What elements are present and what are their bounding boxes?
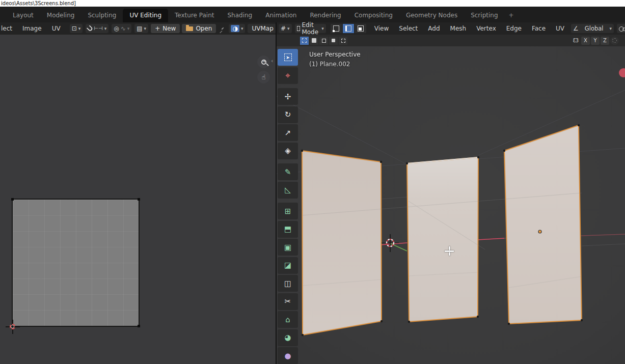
- uvmap-button[interactable]: UVMap: [248, 24, 277, 33]
- workspace-tabbar: Layout Modeling Sculpting UV Editing Tex…: [0, 7, 625, 22]
- tool-add-cube[interactable]: ⊞: [278, 203, 298, 219]
- tab-shading[interactable]: Shading: [221, 9, 259, 22]
- uv-2d-cursor[interactable]: [9, 323, 17, 331]
- tab-compositing[interactable]: Compositing: [348, 9, 399, 22]
- tool-bevel[interactable]: ◪: [278, 257, 298, 274]
- tab-modeling[interactable]: Modeling: [40, 9, 81, 22]
- uv-vertex[interactable]: [138, 198, 140, 201]
- plane-right[interactable]: [504, 125, 582, 324]
- menu-view[interactable]: View: [369, 25, 394, 32]
- uv-face-quad[interactable]: [12, 199, 140, 327]
- mirror-butterfly-icon: Ɛ3: [573, 38, 578, 43]
- select-intersect-button[interactable]: [339, 37, 347, 45]
- editor-type-dropdown[interactable]: # ▾: [279, 24, 292, 33]
- orientation-axes-icon: ∠: [573, 25, 579, 32]
- tool-measure[interactable]: ◺: [278, 182, 298, 199]
- menu-mesh[interactable]: Mesh: [445, 25, 472, 32]
- tool-extrude-region[interactable]: ⬒: [278, 221, 298, 238]
- menu-uv[interactable]: UV: [47, 25, 66, 32]
- loop-cut-icon: ◫: [284, 279, 291, 288]
- tool-knife[interactable]: ✂: [278, 293, 298, 310]
- mode-dropdown[interactable]: Edit Mode ▾: [295, 24, 326, 33]
- tool-inset-faces[interactable]: ▣: [278, 239, 298, 256]
- tool-poly-build[interactable]: ⌂: [278, 311, 298, 328]
- new-image-button[interactable]: + New: [151, 24, 180, 33]
- tab-rendering[interactable]: Rendering: [303, 9, 347, 22]
- symmetry-y-button[interactable]: Y: [591, 37, 600, 45]
- select-box-icon: ➤: [286, 55, 290, 60]
- select-invert-button[interactable]: [329, 37, 338, 45]
- vertex-select-button[interactable]: [331, 24, 342, 33]
- snap-magnet-icon: [87, 25, 93, 32]
- proportional-editing-group[interactable]: ◎ ∿ ▾: [112, 24, 131, 33]
- select-extend-button[interactable]: [310, 37, 318, 45]
- tool-spin[interactable]: ◕: [278, 329, 298, 346]
- chevron-down-icon: ▾: [144, 26, 147, 31]
- viewport-overlay-text: User Perspective (1) Plane.002: [309, 50, 361, 69]
- symmetry-x-button[interactable]: X: [581, 37, 590, 45]
- scale-icon: ↗: [285, 128, 291, 137]
- plane-left[interactable]: [302, 151, 382, 335]
- snap-settings[interactable]: ⊢⊣ ▾: [86, 24, 108, 33]
- select-subtract-button[interactable]: [319, 37, 328, 45]
- inset-faces-icon: ▣: [284, 243, 291, 252]
- symmetry-z-button[interactable]: Z: [601, 37, 609, 45]
- select-operation-buttons: [300, 37, 348, 45]
- knife-icon: ✂: [285, 297, 291, 306]
- uv-vertex[interactable]: [11, 198, 14, 201]
- pivot-point-dropdown[interactable]: ▾: [617, 24, 625, 33]
- edge-select-button[interactable]: [343, 24, 354, 33]
- menu-add[interactable]: Add: [423, 25, 445, 32]
- menu-edge[interactable]: Edge: [501, 25, 527, 32]
- magnifier-plus-icon: [261, 60, 266, 65]
- median-point-icon: [619, 26, 625, 32]
- uv-canvas[interactable]: ☝ ‹: [0, 35, 276, 364]
- menu-image[interactable]: Image: [17, 25, 47, 32]
- tool-smooth[interactable]: ●: [278, 347, 298, 364]
- tool-select-box[interactable]: ➤: [278, 49, 298, 66]
- active-object-label: (1) Plane.002: [309, 60, 361, 69]
- cursor-3d[interactable]: [382, 234, 399, 252]
- chevron-down-icon: ▾: [104, 26, 107, 31]
- zoom-gizmo[interactable]: [257, 55, 270, 68]
- tab-uv-editing[interactable]: UV Editing: [123, 9, 168, 22]
- select-new-button[interactable]: [300, 37, 309, 45]
- nav-gizmo-axis-ball[interactable]: [619, 68, 625, 77]
- uv-vertex[interactable]: [138, 325, 140, 327]
- face-select-button[interactable]: [355, 24, 366, 33]
- chevron-down-icon: ▾: [127, 26, 130, 31]
- display-channels-dropdown[interactable]: ◑ ▾: [229, 24, 245, 33]
- display-channels-icon: ◑: [231, 25, 239, 32]
- tab-layout[interactable]: Layout: [6, 9, 40, 22]
- tab-animation[interactable]: Animation: [259, 9, 303, 22]
- transform-orientation-dropdown[interactable]: ∠ Global ▾: [571, 24, 614, 33]
- tab-sculpting[interactable]: Sculpting: [81, 9, 123, 22]
- proportional-snap-icon[interactable]: [610, 37, 619, 45]
- tool-cursor[interactable]: ⌖: [278, 67, 298, 84]
- browse-image-dropdown[interactable]: ▤ ▾: [134, 24, 148, 33]
- tool-transform[interactable]: ◈: [278, 143, 298, 159]
- pin-icon[interactable]: [222, 27, 225, 30]
- tool-loop-cut[interactable]: ◫: [278, 275, 298, 292]
- collapse-gizmo-arrow[interactable]: ‹: [271, 58, 273, 64]
- tool-rotate[interactable]: ↻: [278, 106, 298, 123]
- tool-scale[interactable]: ↗: [278, 124, 298, 141]
- plane-middle[interactable]: [407, 157, 478, 322]
- viewport-canvas[interactable]: ➤ ⌖ ✢ ↻ ↗ ◈ ✎ ◺ ⊞ ⬒ ▣ ◪ ◫ ✂ ⌂ ◕ ● ◫ User…: [277, 46, 625, 364]
- open-image-button[interactable]: Open: [182, 24, 216, 33]
- menu-select-cropped[interactable]: lect: [0, 25, 17, 32]
- add-workspace-button[interactable]: +: [505, 9, 518, 22]
- tool-annotate[interactable]: ✎: [278, 163, 298, 180]
- tool-move[interactable]: ✢: [278, 88, 298, 105]
- image-icon: ▤: [137, 25, 142, 32]
- pan-hand-gizmo[interactable]: ☝: [257, 71, 270, 83]
- tab-scripting[interactable]: Scripting: [464, 9, 504, 22]
- cursor-3d-icon: ⌖: [285, 70, 290, 80]
- menu-vertex[interactable]: Vertex: [471, 25, 501, 32]
- tab-texture-paint[interactable]: Texture Paint: [168, 9, 221, 22]
- menu-select[interactable]: Select: [394, 25, 423, 32]
- pivot-point-dropdown[interactable]: ⊡ ▾: [70, 24, 83, 33]
- menu-face[interactable]: Face: [527, 25, 551, 32]
- tab-geometry-nodes[interactable]: Geometry Nodes: [399, 9, 464, 22]
- menu-uv[interactable]: UV: [551, 25, 569, 32]
